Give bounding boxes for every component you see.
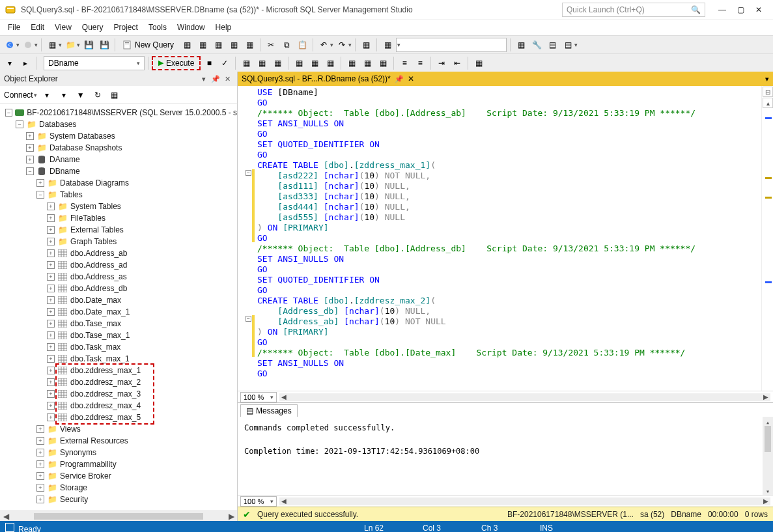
database-node[interactable]: +DAname [0,154,237,165]
tables-node[interactable]: −📁Tables [0,189,237,201]
table-node[interactable]: +dbo.Address_as [0,271,237,283]
redo-button[interactable]: ↷ [335,38,349,52]
storage-node[interactable]: +📁Storage [0,482,237,494]
filetables-node[interactable]: +📁FileTables [0,212,237,224]
menu-help[interactable]: Help [210,21,237,34]
chevron-down-icon[interactable]: ▾ [765,75,769,83]
stop-button[interactable]: ■ [202,56,216,70]
save-all-button[interactable]: 💾 [97,38,111,52]
tb-icon[interactable]: ▾ [3,56,17,70]
tb-icon[interactable]: ▾ [57,88,71,102]
pin-icon[interactable]: 📌 [395,75,404,83]
tb-icon[interactable]: ▦ [380,38,395,52]
filter-icon[interactable]: ▼ [74,88,88,102]
copy-button[interactable]: ⧉ [279,38,294,52]
menu-window[interactable]: Window [172,21,210,34]
tb-icon[interactable]: ⇥ [434,56,449,70]
table-node[interactable]: +dbo.Address_db [0,283,237,294]
database-combo[interactable]: DBname▾ [44,56,145,70]
minimize-button[interactable]: — [713,3,731,17]
close-icon[interactable]: ✕ [221,73,233,85]
menu-view[interactable]: View [49,21,77,34]
close-button[interactable]: ✕ [750,3,768,17]
tb-icon[interactable]: ▦ [270,56,285,70]
split-icon[interactable]: ⊟ [763,87,773,97]
parse-button[interactable]: ✓ [218,56,232,70]
table-node[interactable]: +dbo.Tase_max_1 [0,329,237,341]
document-tab[interactable]: SQLQuery3.sql - BF...R.DBname (sa (52))*… [242,74,414,83]
maximize-button[interactable]: ▢ [731,3,750,17]
tb-icon[interactable]: ▦ [242,38,257,52]
external-tables-node[interactable]: +📁External Tables [0,224,237,236]
execute-button[interactable]: ▶ Execute [152,56,201,70]
external-resources-node[interactable]: +📁External Resources [0,435,237,447]
tb-icon[interactable]: ▦ [307,56,322,70]
table-node[interactable]: +dbo.Tase_max [0,318,237,329]
tb-icon[interactable]: ▦ [239,56,253,70]
horizontal-scrollbar[interactable]: ◀▶ [279,393,770,401]
menu-tools[interactable]: Tools [143,21,172,34]
tb-icon[interactable]: ▦ [227,38,241,52]
sql-editor[interactable]: − − USE [DBname]GO/****** Object: Table … [238,86,761,391]
tb-icon[interactable]: ▤ [545,38,559,52]
tb-icon[interactable]: ≡ [413,56,427,70]
tb-icon[interactable]: ▦ [344,56,359,70]
tb-icon[interactable]: ▦ [376,56,390,70]
new-query-button[interactable]: New Query [119,38,178,52]
tb-icon[interactable]: ▦ [211,38,225,52]
menu-query[interactable]: Query [77,21,109,34]
open-button[interactable]: 📁 [63,38,77,52]
paste-button[interactable]: 📋 [295,38,309,52]
database-node[interactable]: −DBname [0,165,237,177]
refresh-icon[interactable]: ↻ [91,88,105,102]
nav-forward-button[interactable] [21,38,35,52]
object-explorer-tree[interactable]: −BF-202106171848\MSSERVER (SQL Server 15… [0,104,237,511]
graph-tables-node[interactable]: +📁Graph Tables [0,236,237,247]
server-node[interactable]: −BF-202106171848\MSSERVER (SQL Server 15… [0,107,237,119]
quick-launch-input[interactable]: Quick Launch (Ctrl+Q) 🔍 [562,3,705,17]
editor-overview-ruler[interactable]: ⊟ ▴ [761,86,773,391]
tb-icon[interactable]: ≡ [397,56,412,70]
save-button[interactable]: 💾 [81,38,96,52]
horizontal-scrollbar[interactable]: ◀▶ [0,511,237,521]
system-tables-node[interactable]: +📁System Tables [0,201,237,212]
table-node[interactable]: +dbo.Date_max_1 [0,306,237,318]
horizontal-scrollbar[interactable]: ◀▶ [279,497,770,505]
programmability-node[interactable]: +📁Programmability [0,458,237,470]
close-icon[interactable]: ✕ [408,74,414,83]
tb-icon[interactable]: ▦ [107,88,122,102]
tb-icon[interactable]: ⇤ [450,56,464,70]
tb-icon[interactable]: ▦ [514,38,528,52]
menu-edit[interactable]: Edit [25,21,49,34]
system-databases-node[interactable]: +📁System Databases [0,130,237,142]
tb-icon[interactable]: ▦ [323,56,337,70]
tb-icon[interactable]: ▦ [195,38,210,52]
tb-icon[interactable]: ▦ [180,38,194,52]
undo-button[interactable]: ↶ [316,38,331,52]
tb-icon[interactable]: ▦ [471,56,486,70]
tb-icon[interactable]: 🔧 [529,38,544,52]
pin-icon[interactable]: 📌 [210,73,221,85]
service-broker-node[interactable]: +📁Service Broker [0,470,237,482]
dropdown-icon[interactable]: ▾ [198,73,210,85]
zoom-combo[interactable]: 100 %▾ [240,496,277,507]
db-diagrams-node[interactable]: +📁Database Diagrams [0,177,237,189]
tb-icon[interactable]: ▦ [292,56,306,70]
messages-tab[interactable]: ▤ Messages [240,404,298,417]
tb-icon[interactable]: ▦ [359,38,373,52]
views-node[interactable]: +📁Views [0,423,237,435]
tb-icon[interactable]: ▸ [18,56,33,70]
table-node[interactable]: +dbo.Address_ab [0,247,237,259]
table-node[interactable]: +dbo.Task_max [0,341,237,353]
tb-icon[interactable]: ▤ [561,38,575,52]
cut-button[interactable]: ✂ [264,38,278,52]
security-node[interactable]: +📁Security [0,494,237,505]
tb-icon[interactable]: ▦ [255,56,269,70]
synonyms-node[interactable]: +📁Synonyms [0,447,237,458]
scroll-up-icon[interactable]: ▴ [763,98,773,108]
solution-config-combo[interactable]: ▾ [396,38,507,52]
vertical-scrollbar[interactable]: ▴▾ [763,417,773,495]
new-item-button[interactable]: ▦ [45,38,59,52]
menu-project[interactable]: Project [109,21,143,34]
tb-icon[interactable]: ▾ [40,88,54,102]
